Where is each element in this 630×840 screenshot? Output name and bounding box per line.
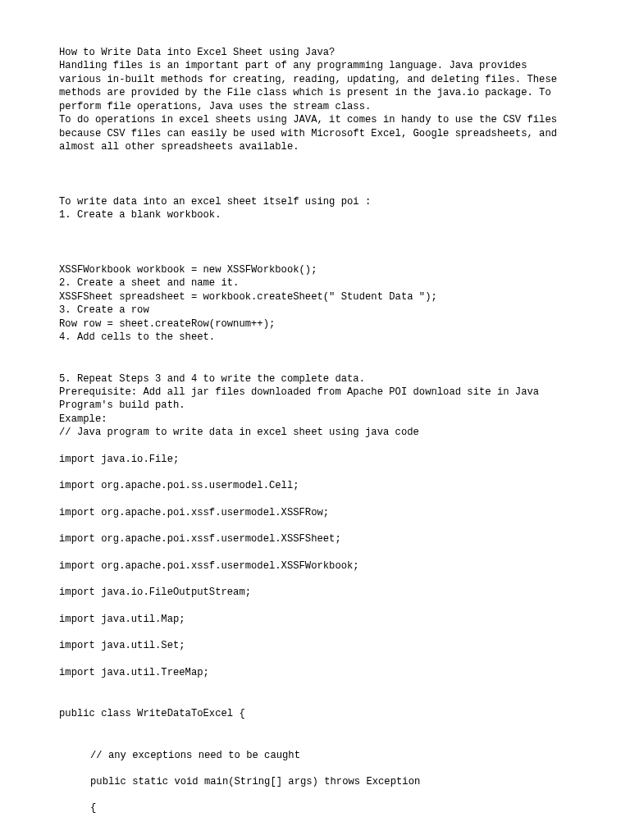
code-workbook: XSSFWorkbook workbook = new XSSFWorkbook… (59, 263, 571, 276)
spacer (59, 493, 571, 506)
import-statement: import org.apache.poi.xssf.usermodel.XSS… (59, 559, 571, 573)
step-5: 5. Repeat Steps 3 and 4 to write the com… (59, 372, 571, 386)
spacer (59, 546, 571, 559)
spacer (59, 762, 571, 775)
import-statement: import org.apache.poi.xssf.usermodel.XSS… (59, 532, 571, 546)
title: How to Write Data into Excel Sheet using… (59, 46, 571, 59)
class-declaration: public class WriteDataToExcel { (59, 707, 571, 720)
spacer (59, 653, 571, 666)
spacer (59, 154, 571, 195)
main-method: public static void main(String[] args) t… (59, 775, 571, 788)
import-statement: import org.apache.poi.xssf.usermodel.XSS… (59, 506, 571, 519)
example-label: Example: (59, 413, 571, 426)
spacer (59, 222, 571, 263)
code-comment: // Java program to write data in excel s… (59, 426, 571, 439)
intro-paragraph-2: To do operations in excel sheets using J… (59, 113, 571, 153)
import-statement: import org.apache.poi.ss.usermodel.Cell; (59, 479, 571, 492)
import-statement: import java.io.FileOutputStream; (59, 586, 571, 599)
import-statement: import java.util.Map; (59, 613, 571, 626)
spacer (59, 626, 571, 639)
import-statement: import java.io.File; (59, 453, 571, 466)
spacer (59, 466, 571, 479)
intro-paragraph-1: Handling files is an important part of a… (59, 59, 571, 113)
steps-intro: To write data into an excel sheet itself… (59, 195, 571, 208)
spacer (59, 573, 571, 586)
spacer (59, 679, 571, 707)
spacer (59, 345, 571, 372)
prerequisite: Prerequisite: Add all jar files download… (59, 386, 571, 413)
document-page: How to Write Data into Excel Sheet using… (0, 0, 630, 840)
code-comment: // any exceptions need to be caught (59, 749, 571, 762)
spacer (59, 519, 571, 532)
spacer (59, 721, 571, 749)
step-2: 2. Create a sheet and name it. (59, 276, 571, 290)
step-4: 4. Add cells to the sheet. (59, 331, 571, 344)
import-statement: import java.util.TreeMap; (59, 666, 571, 679)
step-3: 3. Create a row (59, 304, 571, 317)
import-statement: import java.util.Set; (59, 639, 571, 652)
step-1: 1. Create a blank workbook. (59, 208, 571, 221)
spacer (59, 788, 571, 801)
spacer (59, 600, 571, 613)
open-brace: { (59, 801, 571, 815)
code-sheet: XSSFSheet spreadsheet = workbook.createS… (59, 290, 571, 304)
code-row: Row row = sheet.createRow(rownum++); (59, 317, 571, 331)
spacer (59, 440, 571, 453)
